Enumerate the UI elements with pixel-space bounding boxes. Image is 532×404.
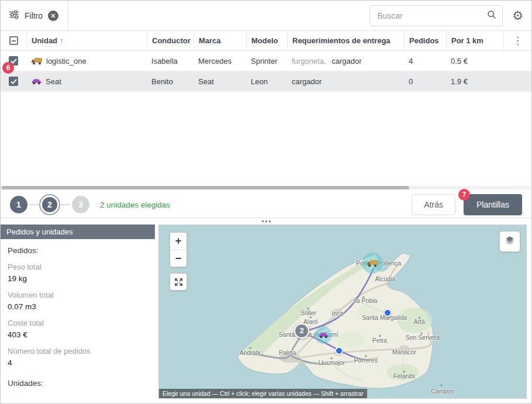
brand-cell: Seat <box>194 77 246 86</box>
map-place-label: Petra <box>372 337 387 344</box>
map-place-label: Inca <box>331 310 343 317</box>
zoom-in-button[interactable]: + <box>170 233 186 250</box>
step-2[interactable]: 2 <box>40 195 59 214</box>
requirements-cell: cargador <box>287 77 404 86</box>
horizontal-scrollbar-thumb[interactable] <box>1 186 409 189</box>
orders-cell: 4 <box>404 57 446 65</box>
driver-cell: Isabella <box>147 57 194 65</box>
step-1[interactable]: 1 <box>10 196 27 213</box>
map-place-label: Campos <box>431 388 454 395</box>
stat-label: Volumen total <box>8 291 148 299</box>
map-zoom-control: + − <box>170 232 187 267</box>
stat-value: 0.07 m3 <box>8 302 148 311</box>
per-km-cell: 0.5 € <box>446 57 503 65</box>
column-header-marca[interactable]: Marca <box>194 31 246 50</box>
zoom-out-button[interactable]: − <box>170 250 186 267</box>
column-label: Unidad <box>32 36 57 45</box>
orders-cell: 0 <box>404 77 446 86</box>
steps-bar: 1 2 3 2 unidades elegidas Atrás Plantill… <box>1 192 531 217</box>
map-place-label: Llucmajor <box>318 359 345 366</box>
stat-value: 4 <box>8 358 148 367</box>
column-header-unidad[interactable]: Unidad ↑ <box>26 31 147 50</box>
model-cell: Leon <box>246 77 287 86</box>
map-stop-marker[interactable] <box>384 309 392 317</box>
column-header-conductor[interactable]: Conductor <box>147 31 194 50</box>
column-header-pedidos[interactable]: Pedidos <box>404 31 446 50</box>
brand-cell: Mercedes <box>194 57 246 65</box>
unit-name: logistic_one <box>46 57 87 65</box>
tutorial-badge-7: 7 <box>458 189 470 201</box>
selected-units-status: 2 unidades elegidas <box>100 201 170 209</box>
step-3[interactable]: 3 <box>72 196 89 213</box>
map-place-label: Alcúdia <box>375 275 395 282</box>
column-header-requerimientos[interactable]: Requerimientos de entrega <box>287 31 404 50</box>
search-input[interactable] <box>376 11 487 21</box>
search-icon[interactable] <box>487 10 496 22</box>
column-header-modelo[interactable]: Modelo <box>246 31 287 50</box>
truck-icon <box>31 57 43 65</box>
map-canvas[interactable]: Port de PollençaAlcúdiaSóllersa PoblaInc… <box>158 225 527 399</box>
table-row[interactable]: logistic_oneIsabellaMercedesSprinterfurg… <box>1 51 531 71</box>
row-checkbox[interactable] <box>9 77 18 86</box>
map-truck-marker[interactable] <box>362 253 383 274</box>
summary-stats: Peso total19 kgVolumen total0.07 m3Coste… <box>8 263 148 367</box>
map-place-label: sa Pobla <box>353 297 377 304</box>
select-all-checkbox[interactable] <box>9 36 18 45</box>
map-hint-bar: Elegir una unidad — Ctrl + click; elegir… <box>159 389 367 398</box>
filter-tune-icon <box>9 9 19 22</box>
map-layers-button[interactable] <box>499 231 520 252</box>
panel-splitter-handle[interactable] <box>1 217 531 225</box>
stat-value: 19 kg <box>8 274 148 283</box>
per-km-cell: 1.9 € <box>446 77 503 86</box>
step-connector <box>29 204 39 205</box>
column-menu-icon[interactable]: ⋮ <box>503 31 531 50</box>
unit-name: Seat <box>46 77 61 86</box>
table-row[interactable]: SeatBenitoSeatLeoncargador01.9 € <box>1 71 531 92</box>
routing-app: Filtro ⚙ Unidad ↑ Conductor Marca <box>0 0 532 404</box>
map-place-label: Palma <box>279 349 296 356</box>
units-heading: Unidades: <box>8 379 148 388</box>
table-body: logistic_oneIsabellaMercedesSprinterfurg… <box>1 51 531 92</box>
stat-label: Número total de pedidos <box>8 347 148 355</box>
map-cluster-marker[interactable]: 2 <box>294 323 309 339</box>
settings-gear-icon[interactable]: ⚙ <box>512 9 523 22</box>
stat-value: 403 € <box>8 330 148 339</box>
driver-cell: Benito <box>147 77 194 86</box>
table-empty-area <box>1 92 531 186</box>
map-place-label: Son Servera <box>406 334 440 341</box>
orders-heading: Pedidos: <box>8 246 148 255</box>
search-box <box>369 5 503 26</box>
map-place-label: Porreres <box>354 357 377 364</box>
table-header: Unidad ↑ Conductor Marca Modelo Requerim… <box>1 31 531 51</box>
bottom-section: Pedidos y unidades Pedidos: Peso total19… <box>1 225 531 403</box>
map-place-label: Manacor <box>392 348 416 355</box>
model-cell: Sprinter <box>246 57 287 65</box>
filter-label: Filtro <box>25 11 43 20</box>
templates-button[interactable]: Plantillas <box>464 194 522 215</box>
map-place-label: Sóller <box>300 309 316 316</box>
summary-panel-title: Pedidos y unidades <box>1 225 155 239</box>
toolbar: Filtro ⚙ <box>1 1 531 31</box>
map-place-label: Andratx <box>240 349 261 356</box>
back-button[interactable]: Atrás <box>412 194 455 215</box>
sort-asc-icon: ↑ <box>60 37 63 45</box>
map-place-label: Artà <box>414 318 425 325</box>
map-car-marker[interactable] <box>315 326 332 344</box>
map-stop-marker[interactable] <box>335 347 343 355</box>
tutorial-badge-6: 6 <box>2 62 14 74</box>
clear-filter-icon[interactable] <box>48 11 58 21</box>
car-icon <box>31 78 42 85</box>
filter-chip[interactable]: Filtro <box>1 1 68 30</box>
requirements-cell: furgoneta, cargador <box>287 57 404 65</box>
horizontal-scrollbar <box>1 186 531 189</box>
map-place-label: Felanitx <box>393 372 415 379</box>
column-header-por-1-km[interactable]: Por 1 km <box>446 31 503 50</box>
fullscreen-button[interactable] <box>170 273 187 291</box>
stat-label: Coste total <box>8 319 148 327</box>
step-connector <box>61 204 70 205</box>
stat-label: Peso total <box>8 263 148 271</box>
summary-panel: Pedidos y unidades Pedidos: Peso total19… <box>1 225 155 399</box>
